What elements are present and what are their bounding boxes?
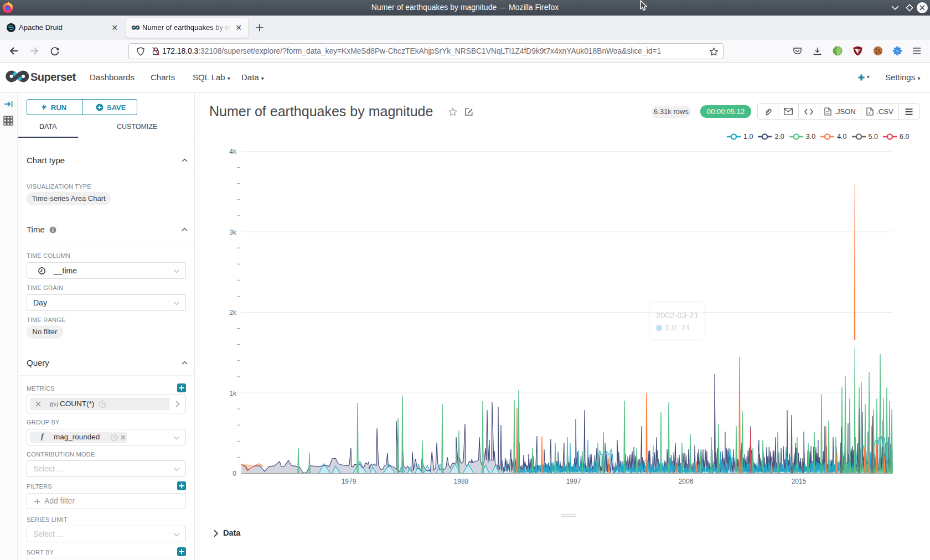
svg-text:3k: 3k	[229, 229, 237, 236]
svg-text:1979: 1979	[342, 478, 356, 485]
svg-text:4k: 4k	[229, 148, 237, 155]
svg-text:?: ?	[101, 402, 104, 407]
svg-text:1997: 1997	[566, 478, 581, 485]
svg-text:0: 0	[232, 470, 236, 478]
svg-text:1988: 1988	[454, 478, 469, 485]
svg-text:1k: 1k	[229, 390, 237, 397]
svg-text:2015: 2015	[792, 478, 807, 485]
svg-text:x: x	[869, 111, 871, 115]
svg-text:?: ?	[113, 435, 116, 440]
svg-text:2k: 2k	[229, 309, 237, 317]
svg-text:2006: 2006	[679, 478, 694, 485]
